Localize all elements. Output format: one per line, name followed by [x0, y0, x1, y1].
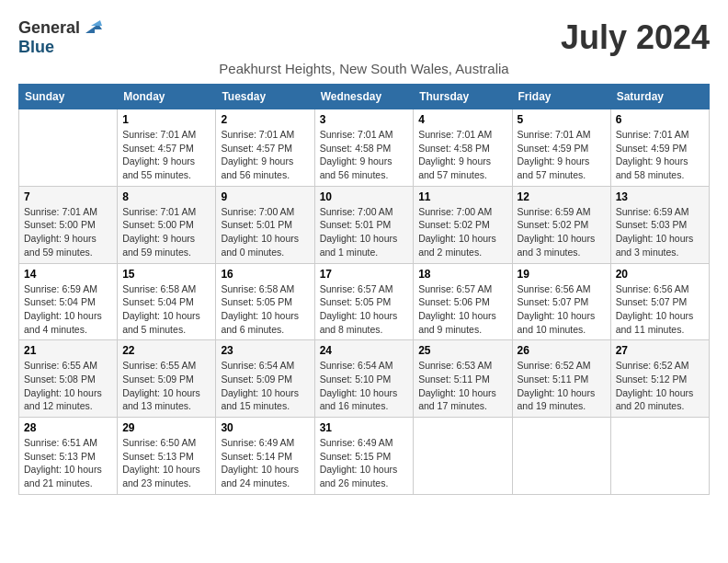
day-info: Sunrise: 6:59 AMSunset: 5:02 PMDaylight:…	[518, 205, 606, 259]
day-number: 8	[122, 190, 210, 203]
calendar-cell: 27Sunrise: 6:52 AMSunset: 5:12 PMDayligh…	[610, 340, 709, 418]
col-header-tuesday: Tuesday	[216, 85, 314, 109]
header: General Blue July 2024	[18, 18, 710, 57]
calendar-cell: 11Sunrise: 7:00 AMSunset: 5:02 PMDayligh…	[414, 186, 512, 263]
day-info: Sunrise: 6:58 AMSunset: 5:05 PMDaylight:…	[221, 282, 309, 337]
day-info: Sunrise: 7:00 AMSunset: 5:01 PMDaylight:…	[320, 205, 409, 259]
day-number: 16	[221, 268, 309, 281]
day-info: Sunrise: 6:55 AMSunset: 5:08 PMDaylight:…	[24, 359, 112, 413]
day-info: Sunrise: 7:01 AMSunset: 5:00 PMDaylight:…	[24, 205, 112, 259]
col-header-thursday: Thursday	[414, 85, 512, 109]
calendar-cell: 5Sunrise: 7:01 AMSunset: 4:59 PMDaylight…	[512, 109, 610, 187]
calendar-cell: 29Sunrise: 6:50 AMSunset: 5:13 PMDayligh…	[118, 418, 216, 495]
day-info: Sunrise: 7:00 AMSunset: 5:02 PMDaylight:…	[418, 205, 506, 259]
col-header-friday: Friday	[512, 85, 610, 109]
calendar-cell: 2Sunrise: 7:01 AMSunset: 4:57 PMDaylight…	[216, 109, 314, 187]
calendar-week-row: 7Sunrise: 7:01 AMSunset: 5:00 PMDaylight…	[19, 186, 710, 263]
day-number: 1	[122, 113, 210, 126]
calendar-cell	[414, 418, 512, 495]
day-info: Sunrise: 6:50 AMSunset: 5:13 PMDaylight:…	[122, 436, 210, 490]
location-subtitle: Peakhurst Heights, New South Wales, Aust…	[18, 61, 710, 76]
day-number: 10	[320, 190, 409, 203]
calendar-table: SundayMondayTuesdayWednesdayThursdayFrid…	[18, 84, 710, 495]
calendar-cell: 22Sunrise: 6:55 AMSunset: 5:09 PMDayligh…	[118, 340, 216, 418]
day-number: 14	[24, 268, 112, 281]
day-info: Sunrise: 7:01 AMSunset: 4:58 PMDaylight:…	[418, 128, 506, 182]
logo-blue-text: Blue	[18, 38, 54, 57]
day-info: Sunrise: 6:56 AMSunset: 5:07 PMDaylight:…	[518, 282, 606, 337]
calendar-cell: 4Sunrise: 7:01 AMSunset: 4:58 PMDaylight…	[414, 109, 512, 187]
calendar-cell: 10Sunrise: 7:00 AMSunset: 5:01 PMDayligh…	[314, 186, 414, 263]
calendar-cell: 18Sunrise: 6:57 AMSunset: 5:06 PMDayligh…	[414, 263, 512, 340]
day-number: 23	[221, 344, 309, 357]
logo: General Blue	[18, 18, 102, 57]
day-number: 19	[518, 268, 606, 281]
day-number: 17	[320, 268, 409, 281]
day-info: Sunrise: 7:00 AMSunset: 5:01 PMDaylight:…	[221, 205, 309, 259]
day-number: 25	[418, 344, 506, 357]
day-number: 18	[418, 268, 506, 281]
calendar-cell: 15Sunrise: 6:58 AMSunset: 5:04 PMDayligh…	[118, 263, 216, 340]
calendar-cell: 7Sunrise: 7:01 AMSunset: 5:00 PMDaylight…	[19, 186, 118, 263]
calendar-header-row: SundayMondayTuesdayWednesdayThursdayFrid…	[19, 85, 710, 109]
calendar-cell: 17Sunrise: 6:57 AMSunset: 5:05 PMDayligh…	[314, 263, 414, 340]
day-number: 22	[122, 344, 210, 357]
day-info: Sunrise: 6:55 AMSunset: 5:09 PMDaylight:…	[122, 359, 210, 413]
calendar-cell: 9Sunrise: 7:00 AMSunset: 5:01 PMDaylight…	[216, 186, 314, 263]
day-info: Sunrise: 6:57 AMSunset: 5:06 PMDaylight:…	[418, 282, 506, 337]
calendar-cell: 21Sunrise: 6:55 AMSunset: 5:08 PMDayligh…	[19, 340, 118, 418]
col-header-saturday: Saturday	[610, 85, 709, 109]
calendar-cell: 3Sunrise: 7:01 AMSunset: 4:58 PMDaylight…	[314, 109, 414, 187]
day-info: Sunrise: 6:54 AMSunset: 5:10 PMDaylight:…	[320, 359, 409, 413]
col-header-monday: Monday	[118, 85, 216, 109]
day-info: Sunrise: 6:52 AMSunset: 5:12 PMDaylight:…	[616, 359, 704, 413]
day-number: 27	[616, 344, 704, 357]
day-number: 12	[518, 190, 606, 203]
day-info: Sunrise: 6:59 AMSunset: 5:04 PMDaylight:…	[24, 282, 112, 337]
calendar-cell: 1Sunrise: 7:01 AMSunset: 4:57 PMDaylight…	[118, 109, 216, 187]
day-info: Sunrise: 6:52 AMSunset: 5:11 PMDaylight:…	[518, 359, 606, 413]
calendar-cell: 8Sunrise: 7:01 AMSunset: 5:00 PMDaylight…	[118, 186, 216, 263]
day-number: 11	[418, 190, 506, 203]
logo-general-text: General	[18, 18, 80, 38]
day-number: 2	[221, 113, 309, 126]
calendar-cell: 24Sunrise: 6:54 AMSunset: 5:10 PMDayligh…	[314, 340, 414, 418]
calendar-week-row: 1Sunrise: 7:01 AMSunset: 4:57 PMDaylight…	[19, 109, 710, 187]
calendar-cell: 13Sunrise: 6:59 AMSunset: 5:03 PMDayligh…	[610, 186, 709, 263]
day-number: 13	[616, 190, 704, 203]
calendar-cell: 26Sunrise: 6:52 AMSunset: 5:11 PMDayligh…	[512, 340, 610, 418]
col-header-wednesday: Wednesday	[314, 85, 414, 109]
svg-marker-1	[91, 20, 102, 26]
calendar-cell: 12Sunrise: 6:59 AMSunset: 5:02 PMDayligh…	[512, 186, 610, 263]
day-info: Sunrise: 6:58 AMSunset: 5:04 PMDaylight:…	[122, 282, 210, 337]
day-info: Sunrise: 7:01 AMSunset: 4:57 PMDaylight:…	[122, 128, 210, 182]
day-number: 31	[320, 421, 409, 434]
day-number: 29	[122, 421, 210, 434]
day-info: Sunrise: 7:01 AMSunset: 4:59 PMDaylight:…	[616, 128, 704, 182]
day-info: Sunrise: 6:51 AMSunset: 5:13 PMDaylight:…	[24, 436, 112, 490]
calendar-cell	[512, 418, 610, 495]
calendar-cell	[610, 418, 709, 495]
calendar-cell: 23Sunrise: 6:54 AMSunset: 5:09 PMDayligh…	[216, 340, 314, 418]
calendar-cell: 25Sunrise: 6:53 AMSunset: 5:11 PMDayligh…	[414, 340, 512, 418]
day-number: 6	[616, 113, 704, 126]
day-info: Sunrise: 6:53 AMSunset: 5:11 PMDaylight:…	[418, 359, 506, 413]
calendar-week-row: 21Sunrise: 6:55 AMSunset: 5:08 PMDayligh…	[19, 340, 710, 418]
day-number: 28	[24, 421, 112, 434]
month-year-title: July 2024	[561, 18, 710, 57]
calendar-cell: 19Sunrise: 6:56 AMSunset: 5:07 PMDayligh…	[512, 263, 610, 340]
day-info: Sunrise: 7:01 AMSunset: 4:59 PMDaylight:…	[518, 128, 606, 182]
day-info: Sunrise: 7:01 AMSunset: 5:00 PMDaylight:…	[122, 205, 210, 259]
day-number: 9	[221, 190, 309, 203]
day-number: 15	[122, 268, 210, 281]
col-header-sunday: Sunday	[19, 85, 118, 109]
calendar-cell: 31Sunrise: 6:49 AMSunset: 5:15 PMDayligh…	[314, 418, 414, 495]
day-number: 20	[616, 268, 704, 281]
day-info: Sunrise: 6:49 AMSunset: 5:14 PMDaylight:…	[221, 436, 309, 490]
day-info: Sunrise: 6:59 AMSunset: 5:03 PMDaylight:…	[616, 205, 704, 259]
calendar-cell: 6Sunrise: 7:01 AMSunset: 4:59 PMDaylight…	[610, 109, 709, 187]
calendar-cell: 20Sunrise: 6:56 AMSunset: 5:07 PMDayligh…	[610, 263, 709, 340]
calendar-cell: 16Sunrise: 6:58 AMSunset: 5:05 PMDayligh…	[216, 263, 314, 340]
logo-icon	[82, 17, 102, 37]
day-info: Sunrise: 7:01 AMSunset: 4:58 PMDaylight:…	[320, 128, 409, 182]
